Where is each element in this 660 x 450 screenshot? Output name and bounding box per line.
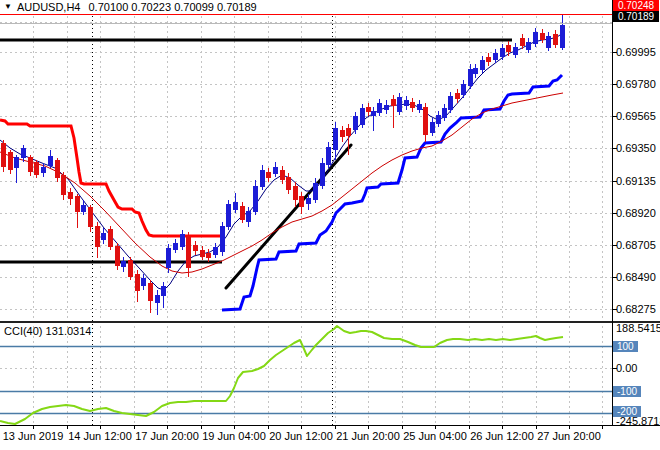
candle-body — [455, 93, 460, 99]
candle-body — [180, 234, 185, 247]
candle-body — [313, 183, 318, 200]
candle-body — [141, 278, 146, 286]
candle-body — [260, 170, 265, 187]
candle-body — [371, 111, 376, 116]
candle-body — [506, 45, 511, 52]
candle-body — [430, 122, 435, 133]
candle-body — [391, 99, 396, 106]
candle-body — [346, 128, 351, 136]
chart-canvas[interactable] — [0, 0, 660, 450]
candle-body — [448, 96, 453, 110]
candle-body — [1, 143, 6, 167]
price-axis-label: 0.68705 — [616, 239, 656, 251]
candle-body — [468, 69, 473, 86]
candle-body — [68, 192, 73, 199]
candle-body — [55, 160, 60, 178]
candle-body — [233, 202, 238, 210]
time-axis-label: 25 Jun 04:00 — [403, 430, 467, 442]
time-axis-label: 19 Jun 04:00 — [202, 430, 266, 442]
candle-body — [14, 157, 19, 168]
candle-body — [41, 167, 46, 173]
candle-body — [61, 175, 66, 195]
candle-body — [299, 196, 304, 207]
cci-level-box: 100 — [613, 341, 638, 352]
candle-body — [493, 53, 498, 60]
candle-body — [220, 226, 225, 252]
candle-body — [95, 226, 100, 247]
candle-body — [513, 47, 518, 55]
candle-body — [166, 248, 171, 268]
candle-body — [240, 206, 245, 220]
time-axis-label: 17 Jun 20:00 — [135, 430, 199, 442]
candle-body — [108, 229, 113, 247]
candle-body — [173, 243, 178, 250]
candle-body — [21, 148, 26, 158]
symbol-timeframe: AUDUSD,H4 — [17, 1, 81, 13]
candle-body — [8, 152, 13, 170]
chart-title[interactable]: ▼AUDUSD,H40.70100 0.70223 0.70099 0.7018… — [4, 1, 257, 14]
candle-body — [286, 177, 291, 190]
candle-body — [186, 236, 191, 268]
cci-line — [0, 326, 563, 424]
candle-body — [486, 57, 491, 62]
price-axis-label: 0.68920 — [616, 207, 656, 219]
ask-price-box: 0.70248 — [613, 0, 659, 11]
cci-axis-label: 188.5415 — [616, 322, 660, 334]
candle-body — [75, 196, 80, 212]
candle-body — [135, 274, 140, 291]
candle-body — [436, 115, 441, 124]
candle-body — [366, 107, 371, 112]
candle-body — [148, 283, 153, 301]
time-axis-label: 21 Jun 20:00 — [336, 430, 400, 442]
candle-body — [293, 186, 298, 200]
candle-body — [397, 97, 402, 112]
candle-body — [553, 34, 558, 45]
candle-body — [206, 253, 211, 258]
price-axis-label: 0.69565 — [616, 110, 656, 122]
time-axis-label: 20 Jun 12:00 — [269, 430, 333, 442]
candle-body — [48, 156, 53, 166]
candle-body — [155, 295, 160, 303]
candles-layer — [1, 14, 565, 315]
time-axis-label: 27 Jun 20:00 — [537, 430, 601, 442]
mt4-chart-window: ▼AUDUSD,H40.70100 0.70223 0.70099 0.7018… — [0, 0, 660, 450]
price-axis-label: 0.68275 — [616, 303, 656, 315]
candle-body — [560, 25, 565, 48]
candle-body — [500, 48, 505, 57]
supertrend-up-line — [222, 75, 562, 310]
candle-body — [360, 108, 365, 125]
candle-body — [246, 211, 251, 222]
indicator-label: CCI(40) 131.0314 — [4, 325, 91, 337]
price-axis-label: 0.69780 — [616, 78, 656, 90]
candle-body — [101, 233, 106, 240]
candle-body — [353, 116, 358, 130]
candle-body — [340, 130, 345, 137]
cci-level-box: -200 — [613, 406, 641, 417]
ohlc-readout: 0.70100 0.70223 0.70099 0.70189 — [89, 1, 257, 13]
symbol-dropdown-icon[interactable]: ▼ — [4, 2, 12, 11]
time-axis-label: 26 Jun 12:00 — [470, 430, 534, 442]
candle-body — [540, 33, 545, 40]
candle-body — [480, 60, 485, 70]
candle-body — [533, 32, 538, 44]
candle-body — [423, 107, 428, 135]
time-axis-label: 14 Jun 12:00 — [68, 430, 132, 442]
panel-separator — [0, 321, 660, 323]
candle-body — [88, 207, 93, 227]
candle-body — [121, 261, 126, 267]
price-axis-label: 0.68490 — [616, 271, 656, 283]
price-axis-label: 0.69135 — [616, 175, 656, 187]
candle-body — [34, 162, 39, 175]
candle-body — [226, 204, 231, 227]
candle-body — [128, 260, 133, 277]
cci-axis-label: 0.00 — [616, 362, 637, 374]
candle-body — [417, 104, 422, 110]
candle-body — [326, 147, 331, 165]
candle-body — [546, 36, 551, 48]
candle-body — [28, 157, 33, 172]
candle-body — [410, 102, 415, 108]
candle-body — [273, 167, 278, 174]
candle-body — [404, 100, 409, 106]
candle-body — [333, 128, 338, 150]
candle-body — [461, 84, 466, 95]
